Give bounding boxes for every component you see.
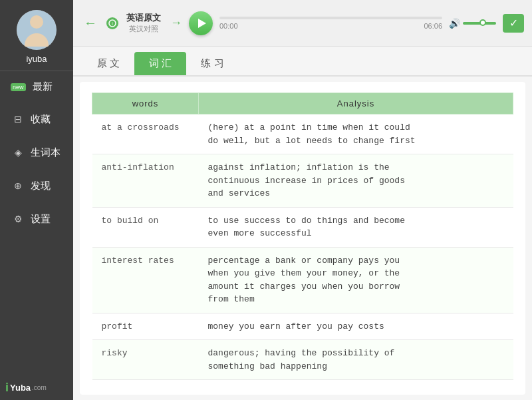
vocab-word: at a crossroads	[92, 114, 199, 154]
confirm-icon: ✓	[509, 17, 518, 29]
vocab-analysis: against inflation; inflation is the cont…	[199, 154, 513, 208]
table-row: at a crossroads(here) at a point in time…	[92, 114, 513, 154]
iyuba-logo: i Yuba .com	[5, 381, 47, 395]
tabbar: 原 文 词 汇 练 习	[73, 47, 532, 77]
svg-text:i: i	[112, 21, 113, 26]
vocab-table: words Analysis at a crossroads(here) at …	[92, 93, 513, 380]
volume-handle	[479, 19, 486, 26]
sidebar-item-label-wordbook: 生词本	[31, 146, 61, 159]
sidebar-item-new[interactable]: new 最新	[0, 71, 73, 102]
table-row: profitmoney you earn after you pay costs	[92, 313, 513, 340]
table-row: riskydangerous; having the possibility o…	[92, 340, 513, 380]
tab-original[interactable]: 原 文	[82, 52, 134, 75]
vocab-word: anti-inflation	[92, 154, 199, 208]
vocab-analysis: to use success to do things and become e…	[199, 207, 513, 247]
wordbook-icon: ◈	[11, 145, 25, 160]
content-area: words Analysis at a crossroads(here) at …	[80, 82, 525, 395]
tab-vocab[interactable]: 词 汇	[134, 52, 186, 75]
confirm-button[interactable]: ✓	[503, 14, 524, 33]
volume-slider[interactable]	[463, 22, 496, 25]
sidebar-item-discover[interactable]: ⊕ 发现	[0, 169, 73, 202]
play-button[interactable]	[189, 11, 213, 35]
new-badge: new	[11, 83, 26, 91]
vocab-word: interest rates	[92, 247, 199, 313]
topbar: ← i 英语原文 英汉对照 → 00:00 06:06 🔊	[73, 0, 532, 47]
profile-area: iyuba	[0, 0, 73, 71]
avatar	[17, 10, 57, 50]
settings-icon: ⚙	[11, 212, 25, 226]
table-row: interest ratespercentage a bank or compa…	[92, 247, 513, 313]
back-button[interactable]: ←	[81, 14, 100, 33]
main-area: ← i 英语原文 英汉对照 → 00:00 06:06 🔊	[73, 0, 532, 400]
tab-practice[interactable]: 练 习	[186, 52, 238, 75]
volume-area: 🔊	[449, 18, 496, 29]
sidebar: iyuba new 最新 ⊟ 收藏 ◈ 生词本 ⊕ 发现 ⚙ 设置 i Yuba…	[0, 0, 73, 400]
vocab-analysis: money you earn after you pay costs	[199, 313, 513, 340]
time-labels: 00:00 06:06	[219, 22, 442, 30]
username: iyuba	[26, 54, 47, 64]
sidebar-item-label-settings: 设置	[31, 213, 51, 226]
vocab-word: profit	[92, 313, 199, 340]
table-row: to build onto use success to do things a…	[92, 207, 513, 247]
sidebar-item-label-discover: 发现	[31, 180, 51, 192]
sidebar-item-label-new: 最新	[33, 81, 53, 93]
time-current: 00:00	[219, 22, 238, 30]
track-info: 英语原文 英汉对照	[126, 12, 161, 34]
time-total: 06:06	[424, 22, 442, 30]
discover-icon: ⊕	[11, 178, 25, 193]
vocab-word: to build on	[92, 207, 199, 247]
sidebar-item-wordbook[interactable]: ◈ 生词本	[0, 136, 73, 169]
vocab-analysis: (here) at a point in time when it could …	[199, 114, 513, 154]
track-title: 英语原文	[126, 12, 161, 24]
sidebar-item-settings[interactable]: ⚙ 设置	[0, 202, 73, 236]
forward-button[interactable]: →	[170, 16, 182, 30]
favorites-icon: ⊟	[11, 112, 25, 126]
column-header-analysis: Analysis	[199, 93, 513, 114]
column-header-words: words	[92, 93, 199, 114]
vocab-word: risky	[92, 340, 199, 380]
volume-icon: 🔊	[449, 18, 460, 29]
vocab-analysis: dangerous; having the possibility of som…	[199, 340, 513, 380]
table-row: anti-inflationagainst inflation; inflati…	[92, 154, 513, 208]
sidebar-item-favorites[interactable]: ⊟ 收藏	[0, 102, 73, 136]
track-subtitle: 英汉对照	[129, 24, 158, 34]
progress-area: 00:00 06:06	[219, 17, 442, 30]
vocab-tbody: at a crossroads(here) at a point in time…	[92, 114, 513, 380]
progress-bar[interactable]	[219, 17, 442, 19]
vocab-analysis: percentage a bank or company pays you wh…	[199, 247, 513, 313]
track-badge: i	[106, 17, 118, 29]
sidebar-item-label-favorites: 收藏	[31, 113, 51, 126]
